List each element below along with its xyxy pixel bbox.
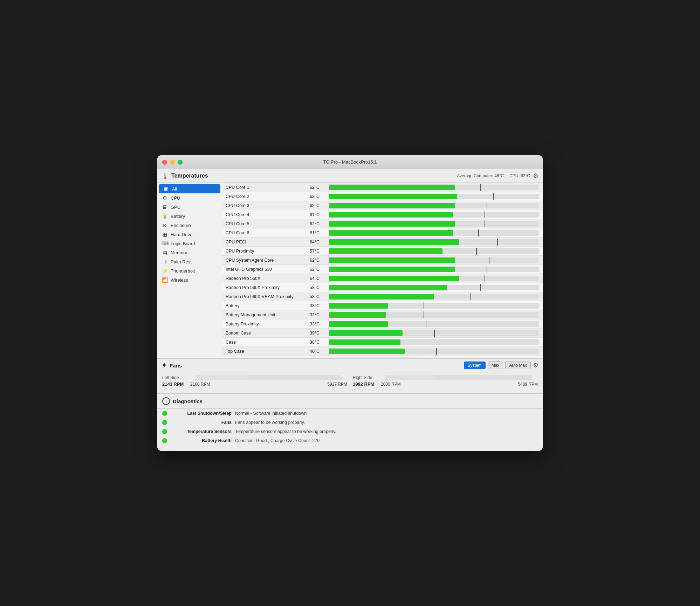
diagnostics-title: Diagnostics — [173, 398, 203, 404]
temp-settings-button[interactable]: ⚙ — [533, 172, 538, 180]
sensor-row: Bottom Case 39°C — [222, 329, 543, 338]
bar-container — [329, 303, 539, 309]
sidebar-item-hard-drive[interactable]: ▦ Hard Drive — [157, 230, 222, 239]
bar-container — [329, 358, 539, 358]
sensor-temp: 47°C — [310, 358, 329, 358]
enclosure-icon: ⊙ — [162, 222, 168, 228]
fan-automax-button[interactable]: Auto Max — [505, 361, 531, 369]
sensor-name: CPU System Agent Core — [226, 258, 310, 263]
right-fan-col: Right Side 1992 RPM 2000 RPM 5489 RPM — [353, 375, 538, 390]
fans-header-right: System Max Auto Max ⚙ — [464, 361, 538, 369]
sidebar-item-thunderbolt[interactable]: ⚡ Thunderbolt — [157, 266, 222, 275]
maximize-button[interactable] — [178, 160, 183, 165]
bar-fill — [329, 312, 386, 318]
sidebar-item-cpu[interactable]: ⚙ CPU — [157, 193, 222, 202]
temp-header: 🌡️ Temperatures Average Computer: 48°C C… — [157, 169, 543, 183]
fans-header-left: ✦ Fans — [162, 361, 182, 369]
hard-drive-icon: ▦ — [162, 232, 168, 237]
temp-body: ▣ All ⚙ CPU 🖥 GPU 🔋 Battery ⊙ Enclos — [157, 183, 543, 358]
fans-section: ✦ Fans System Max Auto Max ⚙ Left Side — [157, 358, 543, 393]
sensor-temp: 39°C — [310, 331, 329, 336]
bar-container — [329, 321, 539, 327]
battery-icon: 🔋 — [162, 213, 168, 219]
sensor-name: Top Case — [226, 349, 310, 354]
bar-container — [329, 276, 539, 281]
temp-header-left: 🌡️ Temperatures — [162, 173, 208, 179]
sensor-temp: 33°C — [310, 322, 329, 326]
diag-row: Battery Health Condition: Good , Charge … — [157, 436, 543, 445]
bar-container — [329, 194, 539, 199]
sensor-row: CPU Core 1 62°C — [222, 183, 543, 192]
sensor-temp: 62°C — [310, 221, 329, 226]
left-fan-col: Left Side 2143 RPM 2160 RPM 5927 RPM — [162, 375, 347, 390]
sidebar-item-memory[interactable]: ▤ Memory — [157, 248, 222, 257]
wireless-icon: 📶 — [162, 277, 168, 283]
sensor-row: Radeon Pro 560X VRAM Proximity 53°C — [222, 292, 543, 301]
sidebar-item-palm-rest[interactable]: ☽ Palm Rest — [157, 257, 222, 266]
fan-system-button[interactable]: System — [464, 361, 486, 369]
sensor-name: CPU Core 2 — [226, 194, 310, 199]
bar-marker — [436, 348, 437, 355]
bar-container — [329, 312, 539, 318]
sidebar-item-wireless[interactable]: 📶 Wireless — [157, 275, 222, 284]
diag-row: Fans Fans appear to be working properly. — [157, 418, 543, 427]
bar-container — [329, 285, 539, 290]
bar-fill — [329, 239, 459, 245]
sensor-list: CPU Core 1 62°C CPU Core 2 63°C CPU Core… — [222, 183, 543, 358]
avg-computer-label: Average Computer: 48°C — [457, 173, 504, 178]
bar-fill — [329, 248, 442, 254]
sidebar-item-label: Palm Rest — [171, 259, 192, 264]
sidebar-item-all[interactable]: ▣ All — [159, 184, 220, 193]
bar-container — [329, 257, 539, 263]
sidebar-item-label: Enclosure — [171, 223, 191, 228]
sensor-row: Airflow Left 47°C — [222, 356, 543, 358]
fan-max-button[interactable]: Max — [488, 361, 503, 369]
bar-container — [329, 248, 539, 254]
sensor-name: Battery Management Unit — [226, 312, 310, 317]
bar-marker — [485, 211, 485, 218]
sidebar-item-label: Wireless — [171, 277, 188, 283]
sensor-row: CPU Proximity 57°C — [222, 247, 543, 256]
diag-status-dot — [162, 429, 167, 434]
bar-container — [329, 203, 539, 208]
sensor-name: Battery — [226, 303, 310, 308]
close-button[interactable] — [162, 160, 167, 165]
sensor-name: CPU Core 6 — [226, 230, 310, 235]
palm-rest-icon: ☽ — [162, 259, 168, 264]
titlebar-buttons — [162, 160, 183, 165]
sensor-name: Radeon Pro 560X VRAM Proximity — [226, 294, 310, 299]
sensor-row: Radeon Pro 560X 64°C — [222, 274, 543, 283]
sidebar-item-battery[interactable]: 🔋 Battery — [157, 212, 222, 221]
fans-icon: ✦ — [162, 361, 167, 369]
sidebar-item-label: Battery — [171, 214, 185, 219]
sidebar-item-label: Hard Drive — [171, 232, 192, 237]
left-fan-rpm-row: 2143 RPM 2160 RPM 5927 RPM — [162, 381, 347, 387]
sensor-name: Battery Proximity — [226, 322, 310, 326]
sensor-row: Radeon Pro 560X Proximity 58°C — [222, 283, 543, 292]
bar-fill — [329, 294, 434, 299]
gpu-icon: 🖥 — [162, 204, 168, 210]
sensor-name: CPU Core 4 — [226, 212, 310, 217]
all-icon: ▣ — [163, 186, 169, 192]
sidebar-item-enclosure[interactable]: ⊙ Enclosure — [157, 221, 222, 230]
diag-value: Fans appear to be working properly. — [235, 420, 305, 425]
sensor-name: CPU Core 3 — [226, 203, 310, 208]
sidebar-item-logic-board[interactable]: ⌨ Logic Board — [157, 239, 222, 248]
fan-settings-button[interactable]: ⚙ — [533, 361, 538, 369]
bar-marker — [487, 266, 487, 273]
bar-marker — [434, 330, 435, 337]
diag-key: Temperature Sensors — [172, 429, 232, 434]
diag-row: Temperature Sensors Temperature sensors … — [157, 427, 543, 436]
thunderbolt-icon: ⚡ — [162, 268, 168, 274]
left-fan-bar-fill — [194, 375, 249, 380]
sensor-row: Battery 33°C — [222, 301, 543, 310]
main-window: TG Pro - MacBookPro15,1 🌡️ Temperatures … — [157, 155, 543, 451]
minimize-button[interactable] — [170, 160, 175, 165]
bar-marker — [424, 311, 424, 318]
sidebar-item-gpu[interactable]: 🖥 GPU — [157, 202, 222, 212]
sensor-temp: 63°C — [310, 194, 329, 199]
bar-fill — [329, 185, 455, 190]
bar-marker — [480, 284, 481, 291]
right-fan-label-row: Right Side — [353, 375, 538, 380]
bar-marker — [478, 229, 479, 236]
